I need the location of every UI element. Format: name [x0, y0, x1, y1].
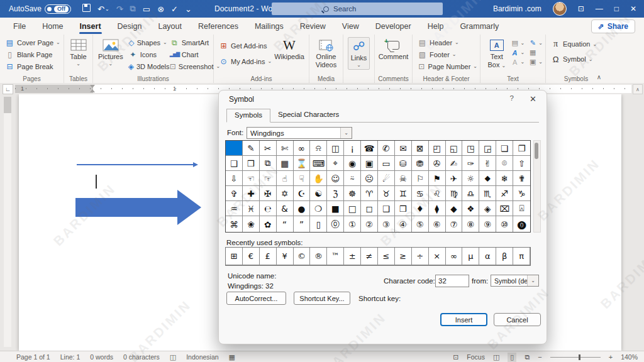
tab-references[interactable]: References	[190, 19, 247, 34]
grid-scrollbar[interactable]	[533, 140, 541, 233]
ribbon-display-options-icon[interactable]: ⊡	[578, 4, 584, 13]
symbol-cell[interactable]: ◲	[479, 141, 496, 156]
symbol-cell[interactable]: ✠	[260, 186, 277, 201]
tab-help[interactable]: Help	[419, 19, 452, 34]
symbol-cell[interactable]: £	[260, 248, 277, 265]
my-addins-button[interactable]: ⊙My Add-ins⌄	[216, 55, 272, 67]
tab-mailings[interactable]: Mailings	[247, 19, 292, 34]
maximize-icon[interactable]: □	[614, 4, 619, 13]
symbol-cell[interactable]: ⑤	[412, 216, 429, 231]
symbol-cell[interactable]: ♊	[395, 186, 412, 201]
symbol-cell[interactable]: ⛃	[412, 156, 429, 171]
symbol-cell[interactable]: ❖	[462, 201, 479, 216]
symbol-cell[interactable]: ✌	[479, 156, 496, 171]
wordart-button[interactable]: A⌄	[511, 48, 525, 57]
symbol-cell[interactable]: ✚	[243, 186, 260, 201]
comment-button[interactable]: + Comment	[377, 36, 409, 62]
symbol-cell[interactable]: ∞	[294, 141, 311, 156]
symbol-cell[interactable]: ☪	[294, 186, 311, 201]
pictures-button[interactable]: Pictures ⌄	[96, 36, 126, 72]
symbol-cell[interactable]: ≠	[361, 248, 378, 265]
zoom-level[interactable]: 140%	[621, 353, 638, 361]
tab-review[interactable]: Review	[292, 19, 334, 34]
zoom-out-icon[interactable]: −	[538, 353, 541, 361]
symbol-cell[interactable]: ☎	[361, 141, 378, 156]
symbol-cell[interactable]: ✋	[310, 171, 327, 186]
symbol-cell[interactable]: ❒	[395, 201, 412, 216]
symbol-cell[interactable]: ®	[310, 248, 327, 265]
symbol-cell[interactable]: ◳	[462, 141, 479, 156]
tab-design[interactable]: Design	[109, 19, 150, 34]
symbol-cell[interactable]: ✡	[277, 186, 294, 201]
symbol-cell[interactable]: ☞	[260, 171, 277, 186]
symbol-cell[interactable]: ⇧	[513, 156, 530, 171]
tab-layout[interactable]: Layout	[150, 19, 190, 34]
focus-icon[interactable]: ⊡	[453, 353, 458, 361]
symbol-cell[interactable]: ♐	[496, 186, 513, 201]
symbol-cell[interactable]: ③	[378, 216, 395, 231]
symbol-cell[interactable]: ♌	[429, 186, 446, 201]
symbol-cell[interactable]: ✇	[429, 156, 446, 171]
share-button[interactable]: ⇗ Share	[591, 19, 635, 33]
symbol-cell[interactable]: ✑	[462, 156, 479, 171]
symbol-cell[interactable]: µ	[462, 248, 479, 265]
account-name[interactable]: Bardimin .com	[493, 4, 541, 13]
symbol-cell[interactable]: ⧫	[429, 201, 446, 216]
word-count[interactable]: 0 words	[90, 353, 113, 361]
symbol-cell[interactable]: ¥	[277, 248, 294, 265]
symbol-cell[interactable]: α	[479, 248, 496, 265]
date-time-button[interactable]: ▦	[528, 48, 543, 57]
symbol-cell[interactable]: ☝	[277, 171, 294, 186]
symbol-cell[interactable]: “	[277, 216, 294, 231]
symbol-cell[interactable]: ☄	[378, 171, 395, 186]
symbol-cell[interactable]: ✎	[243, 141, 260, 156]
symbol-cell[interactable]: ¡	[344, 141, 361, 156]
symbol-cell[interactable]: ⌨	[310, 156, 327, 171]
chart-button[interactable]: ▂▅▇Chart	[167, 48, 215, 60]
autosave-toggle[interactable]: AutoSave Off	[9, 4, 71, 14]
web-layout-icon[interactable]: ⧉	[525, 353, 530, 361]
print-layout-icon[interactable]: ▯	[508, 353, 516, 362]
smartart-button[interactable]: ⧉SmartArt	[167, 36, 215, 48]
symbol-cell[interactable]: ⌛	[294, 156, 311, 171]
text-box-button[interactable]: A Text Box ⌄	[483, 36, 511, 70]
symbol-cell[interactable]: ♍	[446, 186, 463, 201]
symbol-cell[interactable]: ⍾	[310, 141, 327, 156]
zoom-slider-thumb[interactable]	[579, 354, 581, 360]
tab-view[interactable]: View	[334, 19, 367, 34]
symbol-cell[interactable]: ℨ	[327, 186, 344, 201]
symbol-cell[interactable]: ♦	[412, 201, 429, 216]
links-button[interactable]: ☍ Links ⌄	[348, 37, 370, 70]
symbol-cell[interactable]: ≤	[378, 248, 395, 265]
symbol-cell[interactable]: ☺	[327, 171, 344, 186]
symbol-cell[interactable]: ℮	[260, 201, 277, 216]
tab-selector-icon[interactable]: ∟	[3, 84, 13, 94]
first-line-indent-marker[interactable]	[90, 85, 95, 88]
macro-recording-icon[interactable]: ▦	[229, 353, 235, 361]
symbol-cell[interactable]: ⇩	[226, 171, 243, 186]
accept-icon[interactable]: ✓	[171, 4, 178, 14]
symbol-cell[interactable]: ♑	[513, 186, 530, 201]
undo-chevron-icon[interactable]: ⌄	[105, 6, 109, 12]
symbol-cell[interactable]: ⍓	[513, 201, 530, 216]
symbol-cell[interactable]: ❐	[513, 141, 530, 156]
symbol-cell[interactable]: ⌖	[327, 156, 344, 171]
symbol-cell[interactable]: ▭	[378, 156, 395, 171]
symbol-cell[interactable]: ☟	[294, 171, 311, 186]
symbol-cell[interactable]: ◰	[429, 141, 446, 156]
symbol-cell[interactable]: ☹	[361, 171, 378, 186]
font-select[interactable]: Wingdings ⌄	[247, 127, 352, 139]
tab-symbols[interactable]: Symbols	[226, 109, 270, 123]
dialog-close-icon[interactable]: ✕	[530, 94, 536, 104]
symbol-cell[interactable]: ⧉	[260, 156, 277, 171]
symbol-cell[interactable]: ⌾	[496, 156, 513, 171]
symbol-cell[interactable]: ✉	[395, 141, 412, 156]
symbol-cell[interactable]: ●	[294, 201, 311, 216]
header-button[interactable]: ▤Header⌄	[415, 36, 477, 48]
symbol-cell[interactable]: ™	[327, 248, 344, 265]
symbol-cell[interactable]: ≥	[395, 248, 412, 265]
symbol-cell[interactable]: ☜	[243, 171, 260, 186]
symbol-cell[interactable]: ▦	[277, 156, 294, 171]
symbol-cell[interactable]	[226, 141, 243, 156]
shapes-button[interactable]: ◇Shapes⌄	[126, 36, 167, 48]
